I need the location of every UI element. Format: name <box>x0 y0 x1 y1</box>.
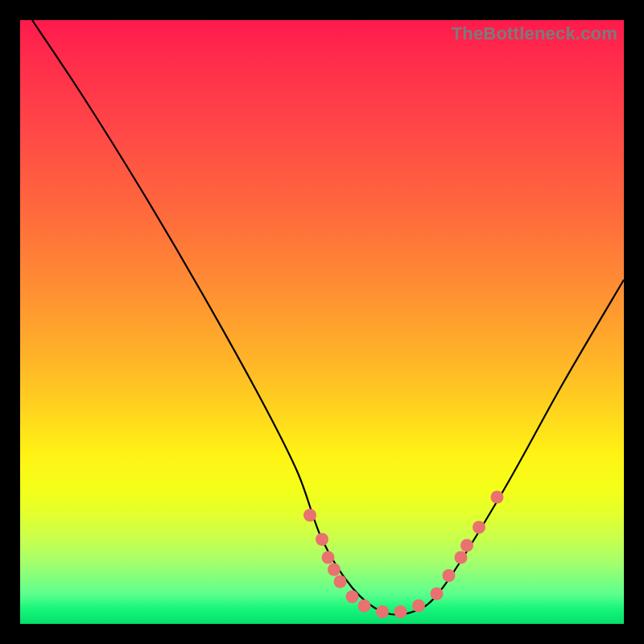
curve-marker <box>334 576 347 588</box>
curve-marker <box>460 539 473 552</box>
curve-marker <box>473 521 485 534</box>
curve-marker <box>358 600 371 613</box>
curve-marker <box>346 590 359 603</box>
bottleneck-curve <box>32 20 624 615</box>
curve-markers <box>303 491 504 619</box>
curve-marker <box>443 569 456 582</box>
curve-marker <box>491 491 504 504</box>
chart-svg <box>20 20 624 624</box>
watermark-text: TheBottleneck.com <box>452 23 617 44</box>
chart-frame: TheBottleneck.com <box>20 20 624 624</box>
curve-marker <box>316 533 328 546</box>
curve-marker <box>303 509 316 522</box>
curve-marker <box>322 551 335 564</box>
curve-marker <box>394 605 407 618</box>
curve-marker <box>412 600 425 613</box>
curve-marker <box>431 588 444 601</box>
curve-marker <box>376 605 389 618</box>
curve-marker <box>328 564 341 576</box>
curve-marker <box>455 551 468 564</box>
